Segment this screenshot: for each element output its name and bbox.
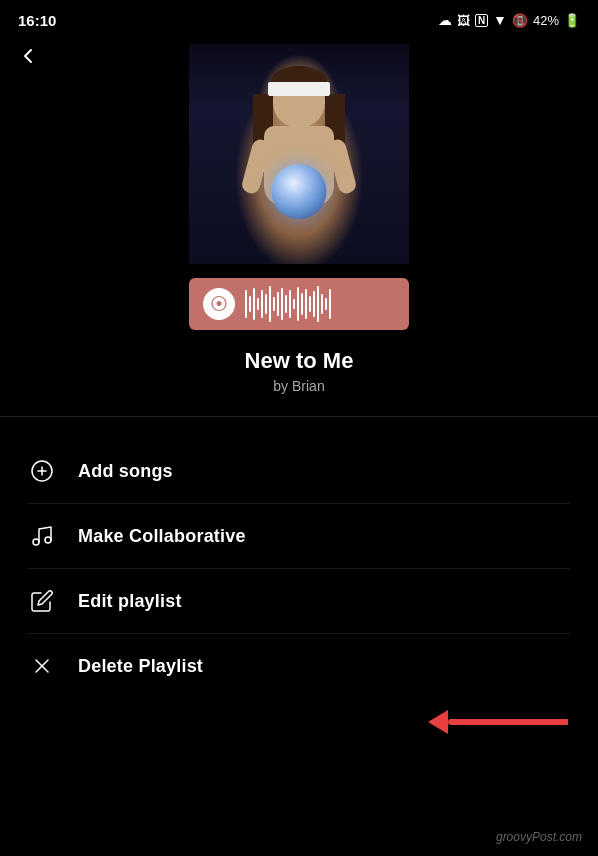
plus-circle-icon [28,457,56,485]
menu-list: Add songs Make Collaborative Edit playli… [0,439,598,698]
nfc-icon: N [475,14,488,27]
pencil-icon [28,587,56,615]
wifi-icon: ▼ [493,12,507,28]
album-art [189,44,409,264]
svg-point-4 [45,537,51,543]
battery-icon: 🔋 [564,13,580,28]
make-collaborative-label: Make Collaborative [78,526,246,547]
delete-playlist-label: Delete Playlist [78,656,203,677]
back-button[interactable] [18,46,38,71]
x-icon [28,652,56,680]
spotify-logo: ⦿ [203,288,235,320]
signal-icon: 📵 [512,13,528,28]
menu-item-delete-playlist[interactable]: Delete Playlist [28,634,570,698]
figure-orb [272,164,327,219]
menu-item-edit-playlist[interactable]: Edit playlist [28,569,570,634]
figure-blindfold [268,82,330,96]
spotify-code: ⦿ [189,278,409,330]
playlist-title: New to Me by Brian [0,348,598,394]
arrow-head [428,710,448,734]
watermark: groovyPost.com [496,830,582,844]
album-art-container [0,44,598,264]
status-icons: ☁ 🖼 N ▼ 📵 42% 🔋 [438,12,580,28]
playlist-name: New to Me [0,348,598,374]
barcode-lines [245,286,395,322]
svg-point-3 [33,539,39,545]
status-bar: 16:10 ☁ 🖼 N ▼ 📵 42% 🔋 [0,0,598,36]
menu-item-add-songs[interactable]: Add songs [28,439,570,504]
cloud-icon: ☁ [438,12,452,28]
image-icon: 🖼 [457,13,470,28]
spotify-logo-icon: ⦿ [210,294,228,315]
menu-item-make-collaborative[interactable]: Make Collaborative [28,504,570,569]
spotify-code-bar: ⦿ [0,278,598,330]
status-time: 16:10 [18,12,56,29]
arrow-body [448,719,568,725]
menu-divider [0,416,598,417]
add-songs-label: Add songs [78,461,173,482]
music-note-icon [28,522,56,550]
battery-level: 42% [533,13,559,28]
edit-playlist-label: Edit playlist [78,591,182,612]
arrow-annotation [428,710,568,734]
playlist-author: by Brian [0,378,598,394]
